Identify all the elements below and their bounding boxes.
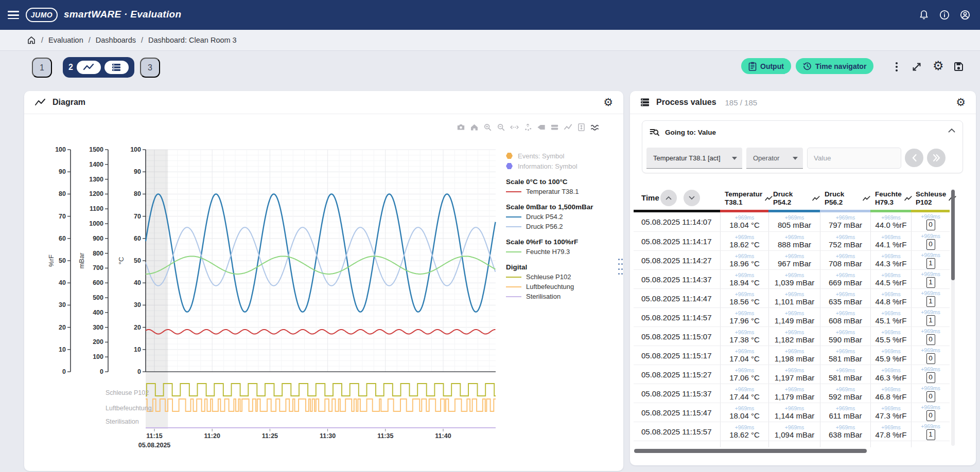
go-previous-button[interactable] — [905, 149, 923, 167]
process-values-title: Process values — [656, 98, 716, 107]
column-header[interactable]: Schleuse P102 — [911, 187, 950, 210]
notifications-icon[interactable] — [918, 9, 930, 21]
column-header[interactable]: Feuchte H79.3 — [870, 187, 911, 210]
cell-time: 05.08.2025 11:15:07 — [634, 327, 720, 346]
time-navigator-button-label: Time navigator — [815, 62, 866, 70]
svg-text:30: 30 — [134, 301, 141, 308]
legend-series-item[interactable]: Schleuse P102 — [506, 272, 614, 282]
table-row[interactable]: 05.08.2025 11:14:37+969ms18.94 °C+969ms1… — [634, 269, 950, 288]
chart-legend: Events: SymbolInformation: SymbolScale 0… — [506, 151, 614, 301]
output-button[interactable]: Output — [741, 58, 791, 74]
ms-offset: +969ms — [881, 406, 901, 411]
digital-value-box: 1 — [926, 258, 935, 269]
ms-offset: +969ms — [836, 425, 855, 430]
ms-offset: +969ms — [735, 253, 755, 259]
ms-offset: +969ms — [881, 387, 901, 392]
breadcrumb-item[interactable]: Evaluation — [48, 36, 83, 44]
svg-text:50: 50 — [134, 257, 141, 264]
cell-value: +969ms44.3 %rF — [870, 251, 911, 269]
jumo-logo[interactable]: JUMO — [26, 8, 58, 22]
svg-text:11:15: 11:15 — [146, 432, 162, 440]
table-icon — [640, 98, 650, 106]
cell-value: +969ms581 mBar — [820, 346, 870, 365]
panel-resize-handle[interactable] — [618, 259, 623, 276]
ms-offset: +969ms — [881, 311, 901, 316]
table-row[interactable]: 05.08.2025 11:15:37+969ms17.44 °C+969ms1… — [634, 384, 950, 403]
legend-series-item[interactable]: Feuchte H79.3 — [506, 247, 614, 257]
time-navigator-button[interactable]: Time navigator — [796, 58, 873, 74]
save-icon[interactable] — [953, 61, 964, 72]
cell-time: 05.08.2025 11:15:37 — [634, 384, 720, 403]
cell-value: +969ms47.8 %rF — [870, 422, 911, 441]
legend-information[interactable]: Information: Symbol — [506, 161, 614, 171]
legend-series-item[interactable]: Druck P54.2 — [506, 212, 614, 222]
menu-icon[interactable] — [8, 9, 20, 21]
table-row[interactable]: 05.08.2025 11:15:17+969ms17.04 °C+969ms1… — [634, 346, 950, 365]
channel-select[interactable]: Temperatur T38.1 [act] — [646, 148, 742, 169]
sort-up-button[interactable] — [660, 190, 677, 206]
cell-value: +969ms18.04 °C — [720, 403, 768, 422]
tab-1[interactable]: 1 — [32, 58, 52, 78]
legend-series-item[interactable]: Druck P56.2 — [506, 222, 614, 231]
svg-text:11:30: 11:30 — [320, 432, 336, 440]
svg-text:200: 200 — [93, 338, 103, 346]
cell-value: +969ms608 mBar — [820, 308, 870, 326]
legend-series-item[interactable]: Luftbefeuchtung — [506, 282, 614, 292]
settings-gear-icon[interactable]: ⚙ — [933, 59, 944, 73]
table-row[interactable]: 05.08.2025 11:15:27+969ms17.06 °C+969ms1… — [634, 365, 950, 384]
collapse-chevron-icon[interactable] — [948, 128, 955, 133]
column-header[interactable]: Druck P54.2 — [768, 187, 820, 210]
tab-2-diagram-view-button[interactable] — [77, 61, 101, 74]
table-row[interactable]: 05.08.2025 11:14:07+969ms18.04 °C+969ms8… — [634, 212, 950, 231]
ms-offset: +969ms — [881, 253, 901, 259]
ms-offset: +969ms — [881, 292, 901, 297]
breadcrumb-item[interactable]: Dashboards — [96, 36, 136, 44]
column-header[interactable]: Temperatur T38.1 — [720, 187, 768, 210]
table-row[interactable]: 05.08.2025 11:15:57+969ms18.62 °C+969ms1… — [634, 422, 950, 441]
diagram-settings-icon[interactable]: ⚙ — [603, 97, 613, 108]
sort-down-button[interactable] — [684, 190, 700, 206]
table-row[interactable]: 05.08.2025 11:15:07+969ms17.38 °C+969ms1… — [634, 326, 950, 346]
tab-2-table-view-button[interactable] — [104, 61, 129, 74]
info-icon[interactable] — [939, 9, 950, 21]
fullscreen-icon[interactable] — [911, 61, 922, 72]
svg-text:90: 90 — [59, 168, 66, 175]
cell-value: +969ms581 mBar — [820, 365, 870, 384]
operator-select[interactable]: Operator — [746, 148, 803, 169]
process-values-settings-icon[interactable]: ⚙ — [956, 97, 966, 108]
legend-events[interactable]: Events: Symbol — [506, 151, 614, 161]
tab-2-selected[interactable]: 2 — [63, 57, 134, 78]
svg-text:50: 50 — [59, 257, 66, 264]
cell-value: +969ms1,144 mBar — [768, 403, 820, 422]
ms-offset: +969ms — [881, 234, 901, 240]
table-row[interactable]: 05.08.2025 11:14:47+969ms18.56 °C+969ms1… — [634, 288, 950, 307]
breadcrumb-item[interactable]: Dashboard: Clean Room 3 — [148, 36, 237, 44]
legend-series-item[interactable]: Temperatur T38.1 — [506, 187, 614, 196]
go-next-button[interactable] — [927, 149, 946, 167]
table-row[interactable]: 05.08.2025 11:14:27+969ms18.96 °C+969ms9… — [634, 250, 950, 269]
cell-value: +969ms44.1 %rF — [870, 232, 911, 250]
table-row[interactable]: 05.08.2025 11:14:57+969ms17.96 °C+969ms1… — [634, 307, 950, 326]
account-icon[interactable] — [959, 9, 971, 21]
table-row[interactable]: 05.08.2025 11:14:17+969ms18.62 °C+969ms8… — [634, 231, 950, 250]
column-header-time: Time — [634, 187, 720, 210]
legend-series-item[interactable]: Sterilisation — [506, 292, 614, 301]
ms-offset: +969ms — [881, 349, 901, 354]
channel-select-value: Temperatur T38.1 [act] — [653, 154, 721, 162]
vertical-scrollbar[interactable] — [951, 189, 955, 446]
horizontal-scrollbar[interactable] — [634, 449, 950, 453]
cell-digital: +969ms0 — [911, 232, 950, 250]
kebab-menu-icon[interactable] — [894, 61, 899, 72]
value-input[interactable] — [807, 148, 901, 169]
table-row-partial[interactable]: +969ms+969ms+969ms+969ms+969ms — [634, 441, 950, 447]
table-row[interactable]: 05.08.2025 11:15:47+969ms18.04 °C+969ms1… — [634, 403, 950, 422]
ms-offset: +969ms — [735, 330, 755, 335]
column-header[interactable]: Druck P56.2 — [820, 187, 870, 210]
tab-3[interactable]: 3 — [140, 58, 160, 78]
ms-offset: +969ms — [881, 330, 901, 335]
cell-value: +969ms1,179 mBar — [768, 384, 820, 403]
ms-offset: +969ms — [836, 406, 855, 411]
home-icon[interactable] — [27, 35, 36, 45]
cell-digital: +969ms0 — [911, 384, 950, 403]
svg-text:11:25: 11:25 — [262, 432, 278, 440]
